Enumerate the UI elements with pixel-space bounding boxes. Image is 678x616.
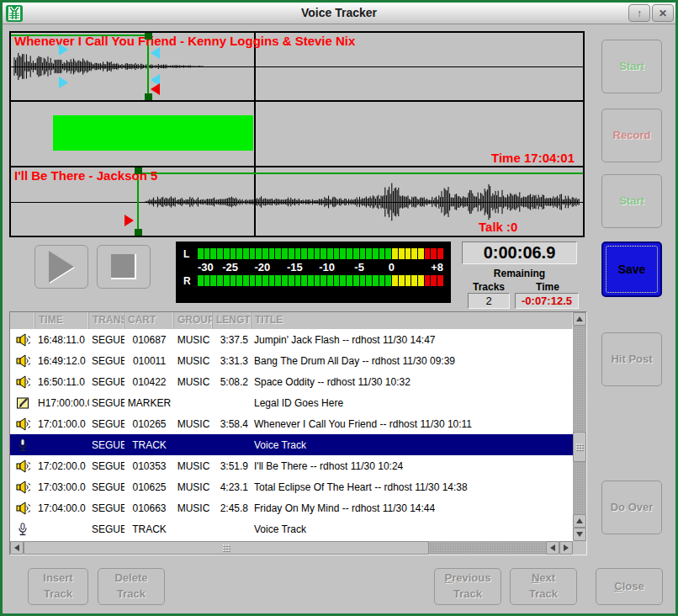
track2-start-marker[interactable]: [124, 215, 134, 226]
speaker-icon: [16, 481, 30, 494]
vu-segment: [250, 248, 256, 259]
column-header-trans[interactable]: TRANS: [89, 312, 124, 329]
vu-left-label: L: [183, 248, 198, 260]
track2-cursor-handle-top[interactable]: [135, 167, 142, 174]
column-header-cart[interactable]: CART: [124, 312, 174, 329]
microphone-icon: [16, 438, 29, 452]
track1-segue-marker-top[interactable]: [151, 47, 160, 59]
shade-icon: ↑: [637, 8, 642, 19]
vu-segment: [243, 248, 249, 259]
voice-track-region[interactable]: [53, 115, 253, 151]
record-button[interactable]: Record: [601, 109, 662, 162]
table-cell: MUSIC: [174, 481, 213, 493]
table-cell: [10, 502, 35, 515]
track1-cursor-handle-top[interactable]: [145, 33, 152, 40]
vu-segment: [431, 248, 437, 259]
column-header-group[interactable]: GROUP: [174, 312, 213, 329]
table-cell: Legal ID Goes Here: [252, 397, 573, 409]
vu-segment: [295, 248, 301, 259]
column-header-time[interactable]: TIME: [35, 312, 89, 329]
vu-segment: [275, 275, 281, 286]
horizontal-scrollbar[interactable]: [10, 541, 573, 555]
shade-window-button[interactable]: ↑: [628, 4, 650, 22]
vertical-scroll-thumb[interactable]: [573, 432, 586, 462]
vu-segment: [301, 275, 307, 286]
table-cell: 010625: [124, 481, 174, 493]
start-button-2[interactable]: Start: [601, 174, 662, 228]
vu-segment: [224, 275, 230, 286]
close-window-button[interactable]: ✕: [652, 4, 674, 22]
track1-fade-marker-top[interactable]: [59, 44, 68, 56]
table-row[interactable]: H17:00:00.0SEGUEMARKERLegal ID Goes Here: [10, 392, 573, 413]
scroll-left-button[interactable]: [10, 541, 24, 555]
next-track-button[interactable]: Next Track: [510, 568, 577, 605]
do-over-button[interactable]: Do Over: [601, 481, 662, 534]
remaining-label: Remaining: [462, 268, 577, 279]
table-cell: SEGUE: [89, 481, 124, 493]
vu-segment: [210, 248, 216, 259]
track1-end-marker[interactable]: [151, 83, 160, 95]
remaining-tracks-label: Tracks: [463, 281, 514, 293]
playlist-header: TIME TRANS CART GROUP LENGTH TITLE: [10, 312, 573, 329]
speaker-icon: [16, 459, 30, 473]
table-row[interactable]: 16:48:11.0SEGUE010687MUSIC3:37.5Jumpin' …: [10, 329, 573, 350]
vu-segment: [236, 275, 242, 286]
vu-segment: [340, 248, 346, 259]
table-row[interactable]: 17:02:00.0SEGUE010353MUSIC3:51.9I'll Be …: [10, 455, 573, 476]
vu-segment: [327, 275, 333, 286]
close-icon: ✕: [659, 8, 667, 19]
microphone-icon: [16, 523, 29, 536]
track2-cursor-handle-bottom[interactable]: [135, 229, 142, 236]
voice-track-band[interactable]: Time 17:04:01: [11, 100, 583, 166]
table-row[interactable]: 17:01:00.0SEGUE010265MUSIC3:58.4Whenever…: [10, 413, 573, 434]
vu-segment: [411, 275, 417, 286]
hit-post-button[interactable]: Hit Post: [601, 332, 662, 386]
table-row[interactable]: SEGUETRACKVoice Track: [10, 434, 573, 455]
scroll-up-button-2[interactable]: [573, 514, 586, 528]
scroll-left-button-2[interactable]: [546, 541, 559, 555]
vu-segment: [210, 275, 216, 286]
title-bar[interactable]: Voice Tracker ↑ ✕: [3, 3, 675, 24]
waveform-panel[interactable]: Whenever I Call You Friend - Kenny Loggi…: [9, 31, 585, 237]
save-button[interactable]: Save: [601, 242, 662, 297]
left-arrow-icon: [14, 544, 19, 551]
scroll-up-button[interactable]: [573, 312, 586, 326]
vu-scale: -30-25-20-15-10-50+8: [198, 260, 443, 274]
table-row[interactable]: 17:03:00.0SEGUE010625MUSIC4:23.1Total Ec…: [10, 476, 573, 497]
vu-segment: [204, 248, 210, 259]
track1-fade-marker-bottom[interactable]: [59, 77, 68, 88]
column-header-title[interactable]: TITLE: [252, 312, 573, 329]
table-cell: Jumpin' Jack Flash -- rdhost 11/30 14:47: [252, 334, 573, 346]
vu-segment: [289, 275, 294, 286]
column-header-length[interactable]: LENGTH: [213, 312, 252, 329]
table-row[interactable]: 17:04:00.0SEGUE010663MUSIC2:45.8Friday O…: [10, 497, 573, 518]
table-cell: 16:50:11.0: [35, 376, 89, 388]
horizontal-scroll-thumb[interactable]: [24, 541, 429, 555]
scroll-right-button[interactable]: [559, 541, 573, 555]
vu-segment: [366, 275, 372, 286]
table-cell: Total Eclipse Of The Heart -- rdhost 11/…: [252, 481, 573, 493]
table-cell: 17:02:00.0: [35, 460, 89, 472]
table-row[interactable]: 16:49:12.0SEGUE010011MUSIC3:31.3Bang The…: [10, 350, 573, 371]
scroll-down-button[interactable]: [573, 528, 586, 541]
previous-track-button[interactable]: Previous Track: [434, 568, 501, 605]
scrollbar-corner: [573, 541, 586, 555]
delete-track-button[interactable]: Delete Track: [98, 568, 165, 605]
track2-band[interactable]: I'll Be There - Jackson 5 Talk :0: [11, 166, 583, 236]
close-button[interactable]: Close: [596, 568, 663, 605]
play-button[interactable]: [34, 245, 88, 289]
stop-button[interactable]: [97, 245, 151, 289]
start-button-1[interactable]: Start: [601, 40, 662, 93]
vu-segment: [236, 248, 242, 259]
track1-band[interactable]: Whenever I Call You Friend - Kenny Loggi…: [11, 33, 583, 100]
table-row[interactable]: 16:50:11.0SEGUE010422MUSIC5:08.2Space Od…: [10, 371, 573, 392]
vu-segment: [243, 275, 249, 286]
vertical-scrollbar[interactable]: [573, 312, 586, 541]
vu-segment: [353, 248, 359, 259]
table-cell: 5:08.2: [213, 376, 252, 388]
table-cell: Bang The Drum All Day -- rdhost 11/30 09…: [252, 355, 573, 367]
column-header-icon[interactable]: [10, 312, 35, 329]
track2-fade-line[interactable]: [137, 173, 583, 174]
insert-track-button[interactable]: Insert Track: [28, 568, 88, 605]
table-row[interactable]: SEGUETRACKVoice Track: [10, 518, 573, 539]
